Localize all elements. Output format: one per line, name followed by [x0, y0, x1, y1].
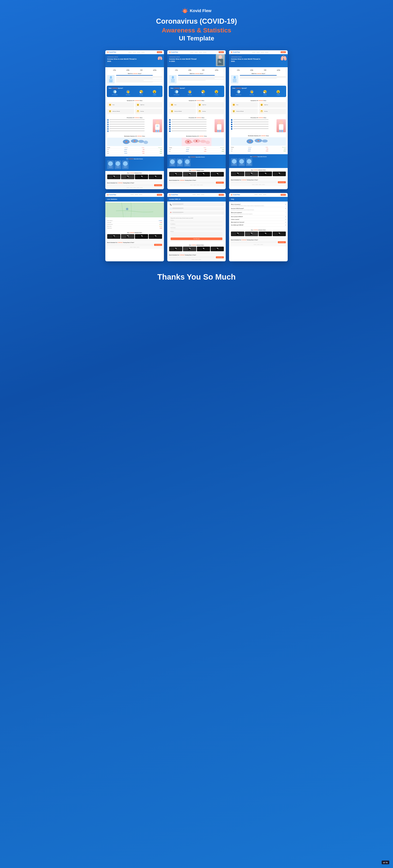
spread-touch: 👋 By Touching: [122, 90, 134, 95]
stats-bar-2: Italy47,021 Spain64,059 Virginia3,333 US…: [169, 68, 224, 71]
video-fc[interactable]: ▶: [259, 231, 272, 236]
svg-point-22: [107, 128, 108, 129]
video-3d[interactable]: ▶: [272, 172, 286, 176]
video-fa[interactable]: ▶: [231, 231, 244, 236]
live-map: [105, 203, 164, 217]
svg-rect-15: [109, 79, 113, 82]
svg-point-57: [231, 52, 232, 53]
message-input[interactable]: [171, 232, 223, 237]
name-input[interactable]: [171, 221, 223, 223]
play-btn-1d[interactable]: ▶: [155, 176, 156, 178]
nav-donate-btn-1[interactable]: Donate: [157, 51, 162, 53]
video-thumb-1a[interactable]: ▶: [107, 175, 121, 179]
doctor-avatar-1c: [123, 161, 128, 166]
videos-section-live: See CORONA Related Video ▶ ▶ ▶ ▶: [105, 230, 164, 240]
contact-email: ✉️: [169, 207, 224, 211]
spread-sneeze: 🤧 Sneezing: [135, 90, 147, 95]
video-ca[interactable]: ▶: [169, 247, 183, 251]
booking-btn-live[interactable]: Book Schedule: [154, 244, 162, 246]
video-fb[interactable]: ▶: [245, 231, 258, 236]
message-field: Message: [171, 231, 223, 237]
prevention-section-2: Prevention Of CORONA Virus: [167, 116, 226, 134]
email-input[interactable]: [171, 225, 223, 226]
video-2d[interactable]: ▶: [210, 172, 224, 177]
booking-btn-2[interactable]: Book Schedule: [216, 182, 224, 184]
thanks-section: Thanks You So Much: [157, 267, 236, 283]
nav-links-2: [190, 52, 206, 52]
prev-touching: [107, 128, 151, 130]
subtitle-orange: Awareness & Statistics: [156, 26, 237, 34]
video-cd[interactable]: ▶: [210, 247, 224, 251]
booking-section-2: Book Schedule For CORONA Testing Date & …: [167, 178, 226, 187]
nav-donate-faq[interactable]: Donate: [281, 194, 286, 196]
faq-item-6[interactable]: What should I do if I feel sick? +: [231, 221, 286, 224]
mock-nav-2: Kovid Flew Donate: [167, 50, 226, 54]
video-thumb-1d[interactable]: ▶: [149, 175, 162, 179]
statistics-section-3: Worldwide Statistics Of CORONA Virus Cou…: [229, 134, 288, 154]
svg-point-34: [126, 141, 127, 142]
screen-col-2: Kovid Flew Donate CORONAVIRUS UPDATE Cor…: [167, 50, 226, 189]
faq-item-1[interactable]: What is Coronavirus? + Coronavirus disea…: [231, 203, 286, 207]
video-3c[interactable]: ▶: [259, 172, 272, 176]
faq-item-3[interactable]: What are the symptoms? - Fever, tirednes…: [231, 211, 286, 215]
svg-point-54: [188, 141, 189, 142]
nav-donate-live[interactable]: Donate: [157, 194, 162, 196]
stat-italy: Italy 47,021: [108, 69, 121, 71]
nav-donate-btn-2[interactable]: Donate: [219, 51, 224, 53]
nav-logo-2: Kovid Flew: [169, 52, 178, 53]
video-lb[interactable]: ▶: [121, 234, 134, 239]
video-ld[interactable]: ▶: [149, 234, 162, 239]
doctors-grid-1: [107, 160, 162, 169]
symptom-fever: 🤒 Fever: [107, 102, 134, 108]
booking-btn-1[interactable]: Book Schedule: [154, 184, 162, 186]
booking-btn-contact[interactable]: Book Schedule: [216, 256, 224, 258]
video-thumb-1b[interactable]: ▶: [121, 175, 134, 179]
play-btn-1b[interactable]: ▶: [127, 176, 129, 178]
prev-emergency: [107, 124, 151, 125]
screens-grid-bottom: Kovid Flew Donate Live Statistics: [105, 193, 288, 261]
booking-btn-faq[interactable]: Book Schedule: [278, 241, 286, 243]
videos-section-2: See CORONA Related Video ▶ ▶ ▶ ▶: [167, 168, 226, 178]
video-la[interactable]: ▶: [107, 234, 121, 239]
booking-btn-3[interactable]: Book Schedule: [278, 181, 286, 183]
faq-item-4[interactable]: How to prevent COVID-19? +: [231, 215, 286, 218]
booking-contact: Book Schedule For CORONA Testing Date & …: [167, 253, 226, 261]
svg-point-45: [217, 120, 221, 125]
video-2a[interactable]: ▶: [169, 172, 183, 177]
nav-donate-contact[interactable]: Donate: [219, 194, 224, 196]
symptoms-grid-1: 🤒 Fever 😮 High Fever 😤 Shortness Of Brea…: [107, 102, 162, 114]
cough-icon: 😮: [153, 90, 156, 94]
mock-nav-3: Kovid Flew Donate: [229, 50, 288, 54]
video-lc[interactable]: ▶: [135, 234, 148, 239]
video-thumb-1c[interactable]: ▶: [135, 175, 148, 179]
spread-title-1: How CORONA Spread?: [109, 88, 161, 89]
video-3b[interactable]: ▶: [245, 172, 258, 176]
faq-item-7[interactable]: Can children get COVID-19? +: [231, 224, 286, 226]
faq-item-2[interactable]: How does COVID-19 spread? + The disease …: [231, 207, 286, 211]
video-fd[interactable]: ▶: [272, 231, 286, 236]
nav-live: Kovid Flew Donate: [105, 193, 164, 197]
prevention-section-3: Prevention Of CORONA Virus: [229, 116, 288, 134]
screen-contact: Kovid Flew Donate Contact With Us 📞: [167, 193, 226, 261]
nav-donate-btn-3[interactable]: Donate: [281, 51, 286, 53]
video-3a[interactable]: ▶: [231, 172, 244, 176]
videos-grid-1: ▶ ▶ ▶ ▶: [107, 175, 162, 179]
faq-item-5[interactable]: Is there a vaccine? +: [231, 218, 286, 221]
what-is-content-1: [107, 75, 162, 84]
play-btn-1c[interactable]: ▶: [141, 176, 142, 178]
video-cc[interactable]: ▶: [197, 247, 210, 251]
send-message-btn[interactable]: Send Message: [171, 238, 223, 240]
play-btn-1a[interactable]: ▶: [113, 176, 115, 178]
video-2c[interactable]: ▶: [197, 172, 210, 177]
svg-rect-48: [220, 130, 221, 132]
video-cb[interactable]: ▶: [183, 247, 196, 251]
svg-point-52: [200, 140, 206, 143]
phone-input[interactable]: [171, 228, 223, 230]
stats-table-1: Country Confirmed Deaths Recovered USA 1…: [107, 147, 162, 155]
sneeze-icon: 🤧: [139, 90, 143, 94]
svg-point-10: [183, 9, 183, 9]
symptom-breath: 😤 Shortness Of Breath: [107, 108, 134, 114]
doctors-section-2: Our CORONA Specialist Doctor: [167, 155, 226, 168]
svg-point-39: [219, 55, 222, 59]
video-2b[interactable]: ▶: [183, 172, 196, 177]
